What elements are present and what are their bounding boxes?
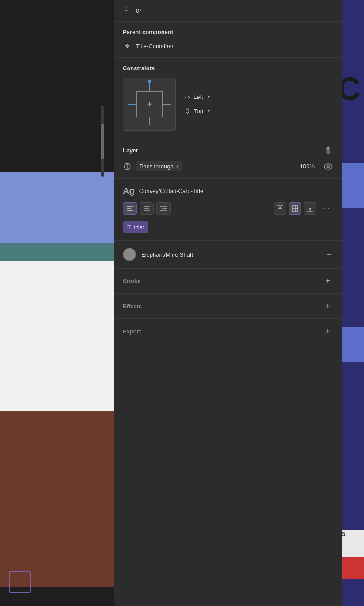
horizontal-constraint-icon: ⇔ <box>185 94 190 101</box>
align-right-button[interactable] <box>156 202 171 215</box>
horizontal-constraint-label: Left <box>193 94 203 100</box>
layer-passthrough-row: Pass through ▾ 100% <box>123 161 333 171</box>
right-sis-block: Sis <box>342 530 364 557</box>
constraint-visual-box: + <box>123 78 176 131</box>
fill-remove-button[interactable]: − <box>325 250 333 259</box>
add-export-button[interactable]: + <box>322 326 333 337</box>
add-effect-button[interactable]: + <box>322 301 333 311</box>
rotation-icon <box>123 6 132 15</box>
stroke-section: Stroke + <box>114 269 342 294</box>
component-name: Title-Container <box>136 43 174 49</box>
constraint-options: ⇔ Left ▾ ⇕ Top ▾ <box>185 94 210 115</box>
canvas-brown-rect <box>0 411 114 587</box>
right-zero-label: 0 <box>342 234 343 254</box>
canvas-white-rect <box>0 261 114 411</box>
vertical-chevron-icon: ▾ <box>208 109 210 114</box>
align-left-button[interactable] <box>123 202 137 215</box>
vertical-constraint-select[interactable]: ⇕ Top ▾ <box>185 107 210 115</box>
constraint-line-left <box>128 104 136 105</box>
token-t-icon: T <box>127 223 131 231</box>
effects-label: Effects <box>123 303 142 310</box>
properties-panel: 0° Parent component ❖ Title-Container Co… <box>114 0 342 606</box>
fill-color-name[interactable]: Elephant/Mine Shaft <box>141 251 319 258</box>
text-align-row: ··· <box>123 202 333 215</box>
typo-ag-label: Ag <box>123 186 135 196</box>
svg-marker-16 <box>278 206 282 209</box>
title-token-chip[interactable]: T title: <box>123 221 148 233</box>
constraint-dot-top <box>148 80 151 83</box>
constraint-inner-box: + <box>136 91 163 117</box>
constraint-line-right <box>163 104 171 105</box>
canvas-right-peek: C 0 Pe Sis <box>342 0 364 606</box>
effects-section: Effects + <box>114 294 342 319</box>
valign-middle-button[interactable] <box>289 202 301 215</box>
layer-section-label: Layer <box>123 147 138 154</box>
canvas-corner-decoration <box>9 571 31 593</box>
align-center-button[interactable] <box>140 202 154 215</box>
token-row: T title: <box>123 221 333 233</box>
vertical-constraint-label: Top <box>194 108 203 114</box>
blend-mode-chevron: ▾ <box>176 164 178 169</box>
parent-component-row[interactable]: ❖ Title-Container <box>123 42 333 50</box>
typo-name-row: Ag Convey/Collab-Card-Title <box>123 186 333 196</box>
valign-top-button[interactable] <box>274 202 286 215</box>
constraint-center-plus: + <box>147 99 152 110</box>
constraints-label: Constraints <box>123 65 333 72</box>
right-blue-block <box>342 163 364 208</box>
constraint-line-bottom <box>149 117 150 125</box>
svg-point-0 <box>328 148 329 149</box>
blend-mode-select[interactable]: Pass through ▾ <box>136 161 182 171</box>
rotation-value[interactable]: 0° <box>136 8 141 14</box>
visibility-toggle-icon[interactable] <box>323 162 333 171</box>
svg-point-5 <box>327 165 330 168</box>
stroke-label: Stroke <box>123 278 140 284</box>
parent-component-section: Parent component ❖ Title-Container <box>114 22 342 58</box>
add-stroke-button[interactable]: + <box>322 276 333 286</box>
right-purple-block <box>342 327 364 362</box>
blend-mode-label: Pass through <box>140 163 174 170</box>
canvas-blue-rect <box>0 172 114 243</box>
constraints-section: Constraints + ⇔ Left ▾ <box>114 58 342 138</box>
right-red-block <box>342 557 364 579</box>
svg-point-2 <box>127 164 128 165</box>
target-icon[interactable] <box>323 145 333 155</box>
fill-row: Elephant/Mine Shaft − <box>123 248 333 261</box>
fill-section: Elephant/Mine Shaft − <box>114 241 342 269</box>
svg-marker-21 <box>308 208 312 211</box>
export-label: Export <box>123 328 141 335</box>
constraint-line-top <box>149 83 150 91</box>
typo-style-name[interactable]: Convey/Collab-Card-Title <box>139 188 203 194</box>
typography-more-button[interactable]: ··· <box>319 202 333 215</box>
token-label-text: title: <box>134 224 144 231</box>
horizontal-constraint-select[interactable]: ⇔ Left ▾ <box>185 94 210 101</box>
svg-point-4 <box>324 164 332 169</box>
vertical-constraint-icon: ⇕ <box>185 107 190 115</box>
layer-opacity-value[interactable]: 100% <box>300 163 315 170</box>
layer-blend-icon <box>123 162 132 171</box>
horizontal-chevron-icon: ▾ <box>208 95 210 99</box>
parent-component-label: Parent component <box>123 29 333 35</box>
constraints-grid: + ⇔ Left ▾ ⇕ Top ▾ <box>123 78 333 131</box>
typography-section: Ag Convey/Collab-Card-Title <box>114 179 342 241</box>
fill-color-swatch[interactable] <box>123 248 136 261</box>
export-section: Export + <box>114 319 342 344</box>
canvas-teal-strip <box>0 243 114 261</box>
layer-header: Layer <box>123 145 333 155</box>
rotation-row: 0° <box>114 0 342 22</box>
scrollbar-thumb[interactable] <box>101 124 104 159</box>
right-c-label: C <box>342 71 360 107</box>
layer-section: Layer Pass through ▾ 100 <box>114 138 342 179</box>
component-icon: ❖ <box>123 42 132 50</box>
canvas-left <box>0 0 114 606</box>
valign-bottom-button[interactable] <box>304 202 316 215</box>
